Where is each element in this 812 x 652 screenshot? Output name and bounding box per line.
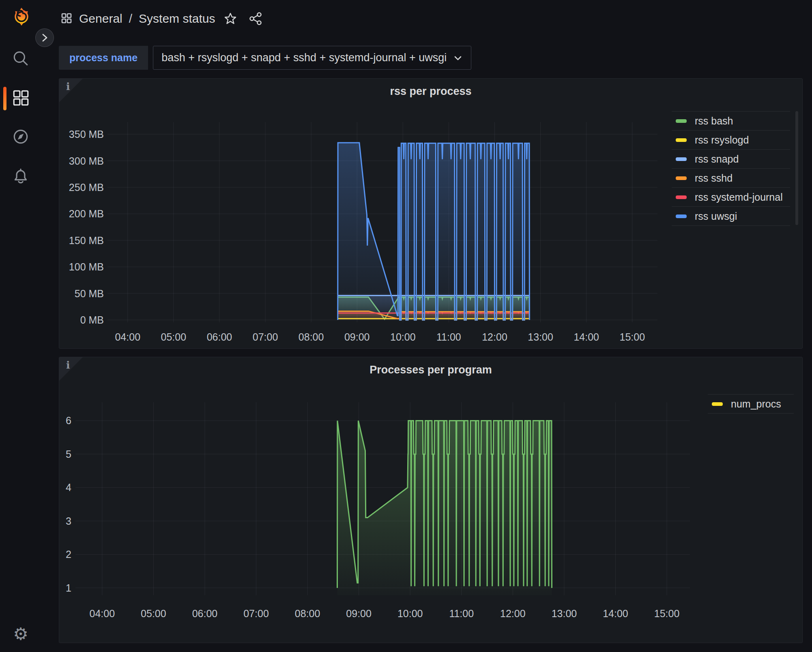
legend-item[interactable]: rss snapd [672, 149, 790, 168]
x-tick-label: 14:00 [603, 608, 628, 619]
x-tick-label: 15:00 [620, 331, 645, 343]
legend-marker [712, 402, 723, 406]
procs-chart-plot[interactable]: 04:0005:0006:0007:0008:0009:0010:0011:00… [59, 357, 802, 643]
rss-legend: rss bashrss rsyslogdrss snapdrss sshdrss… [672, 111, 790, 226]
legend-marker [676, 138, 687, 142]
x-tick-label: 06:00 [207, 331, 232, 343]
search-icon[interactable] [11, 49, 30, 68]
y-tick-label: 5 [66, 448, 71, 460]
y-tick-label: 4 [66, 482, 71, 493]
x-tick-label: 12:00 [500, 608, 526, 619]
x-tick-label: 08:00 [299, 331, 324, 343]
y-tick-label: 50 MB [75, 288, 104, 299]
y-tick-label: 3 [66, 515, 71, 527]
x-tick-label: 08:00 [295, 608, 320, 619]
legend-label: rss rsyslogd [695, 134, 749, 146]
legend-label: rss systemd-journal [695, 191, 783, 203]
sidebar: ⚙ [0, 0, 44, 652]
y-tick-label: 6 [66, 415, 71, 426]
x-tick-label: 15:00 [654, 608, 680, 619]
legend-item[interactable]: rss rsyslogd [672, 130, 790, 149]
template-variable-row: process name bash + rsyslogd + snapd + s… [59, 46, 471, 70]
chevron-down-icon [454, 51, 462, 64]
x-tick-label: 04:00 [90, 608, 115, 619]
legend-marker [676, 214, 687, 218]
legend-item[interactable]: rss bash [672, 111, 790, 130]
legend-label: rss uwsgi [695, 210, 737, 222]
x-tick-label: 07:00 [243, 608, 269, 619]
explore-compass-icon[interactable] [11, 127, 30, 146]
x-tick-label: 11:00 [436, 331, 461, 343]
share-icon[interactable] [249, 12, 263, 25]
active-section-indicator [3, 87, 6, 110]
expand-sidebar-button[interactable] [35, 28, 54, 47]
breadcrumb-section[interactable]: General [79, 12, 122, 26]
legend-item[interactable]: rss sshd [672, 168, 790, 187]
x-tick-label: 12:00 [482, 331, 507, 343]
x-tick-label: 09:00 [344, 331, 370, 343]
legend-marker [676, 119, 687, 123]
x-tick-label: 06:00 [192, 608, 218, 619]
x-tick-label: 09:00 [346, 608, 372, 619]
x-tick-label: 14:00 [574, 331, 599, 343]
panel-processes-per-program: i Processes per program 04:0005:0006:000… [59, 357, 803, 643]
settings-gear-icon[interactable]: ⚙ [11, 625, 30, 643]
variable-value: bash + rsyslogd + snapd + sshd + systemd… [161, 51, 447, 64]
variable-value-dropdown[interactable]: bash + rsyslogd + snapd + sshd + systemd… [153, 46, 471, 70]
legend-label: rss sshd [695, 172, 733, 184]
x-tick-label: 10:00 [397, 608, 423, 619]
legend-item[interactable]: num_procs [708, 394, 794, 413]
y-tick-label: 0 MB [80, 314, 104, 326]
star-icon[interactable] [224, 12, 237, 25]
panel-rss-per-process: i rss per process 04:0005:0006:0007:0008… [59, 78, 803, 349]
legend-marker [676, 195, 687, 199]
y-tick-label: 2 [66, 549, 71, 560]
series-area-rss uwsgi [338, 143, 530, 320]
breadcrumb: General / System status [59, 12, 263, 26]
top-navigation: General / System status [44, 0, 812, 37]
legend-label: rss bash [695, 115, 733, 127]
x-tick-label: 13:00 [552, 608, 577, 619]
y-tick-label: 350 MB [69, 129, 104, 140]
procs-legend: num_procs [708, 394, 794, 414]
legend-marker [676, 157, 687, 161]
x-tick-label: 05:00 [141, 608, 166, 619]
x-tick-label: 10:00 [390, 331, 416, 343]
variable-label: process name [59, 46, 148, 70]
dashboards-icon[interactable] [11, 88, 30, 107]
legend-label: num_procs [731, 398, 781, 410]
y-tick-label: 250 MB [69, 182, 104, 193]
x-tick-label: 05:00 [161, 331, 187, 343]
y-tick-label: 1 [66, 582, 71, 594]
x-tick-label: 11:00 [449, 608, 474, 619]
x-tick-label: 07:00 [253, 331, 278, 343]
legend-scrollbar[interactable] [795, 111, 798, 225]
x-tick-label: 13:00 [528, 331, 553, 343]
legend-marker [676, 176, 687, 180]
y-tick-label: 100 MB [69, 261, 104, 272]
y-tick-label: 150 MB [69, 235, 104, 246]
alerting-bell-icon[interactable] [11, 167, 30, 186]
breadcrumb-title: System status [139, 12, 215, 26]
grafana-logo[interactable] [12, 7, 31, 26]
dashboards-grid-icon[interactable] [61, 13, 73, 24]
x-tick-label: 04:00 [115, 331, 140, 343]
y-tick-label: 200 MB [69, 208, 104, 219]
legend-item[interactable]: rss systemd-journal [672, 187, 790, 206]
breadcrumb-separator: / [129, 12, 132, 26]
y-tick-label: 300 MB [69, 155, 104, 167]
legend-item[interactable]: rss uwsgi [672, 206, 790, 225]
legend-label: rss snapd [695, 153, 739, 165]
